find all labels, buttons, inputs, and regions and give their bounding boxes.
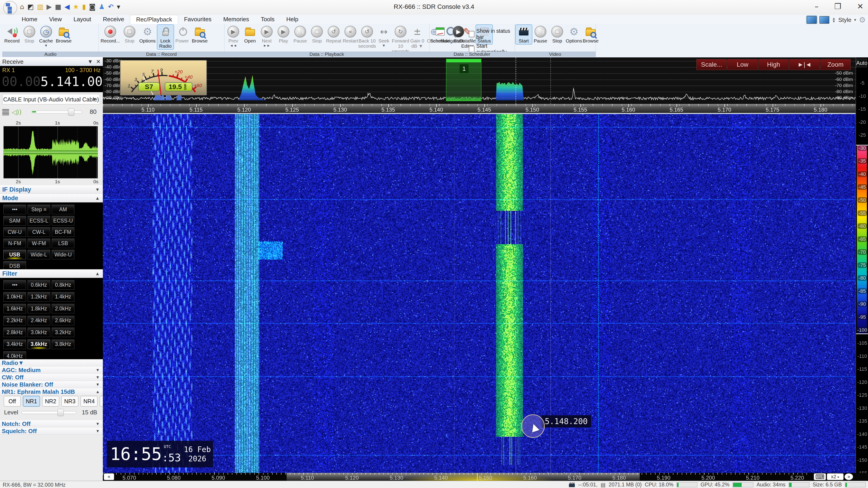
dropdown-box[interactable]: ▼ bbox=[18, 359, 24, 366]
repeat-button[interactable]: ↺Repeat bbox=[326, 25, 342, 44]
radio-row-notch-off[interactable]: Notch: Off▼ bbox=[0, 420, 103, 427]
monitor-2-icon[interactable] bbox=[819, 16, 829, 24]
equalizer-icon[interactable] bbox=[2, 109, 9, 115]
menu-tab-memories[interactable]: Memories bbox=[217, 15, 255, 24]
volume-slider[interactable] bbox=[32, 111, 82, 113]
spectrum-button-high[interactable]: High bbox=[758, 59, 789, 70]
mode-filter-button-3-4khz[interactable]: 3.4kHz bbox=[3, 339, 26, 349]
style-button[interactable]: Style bbox=[838, 17, 851, 24]
play-button[interactable]: ▶Play bbox=[275, 25, 291, 44]
browse-button[interactable]: Browse bbox=[191, 25, 209, 44]
mode-filter-button-wide-u[interactable]: Wide-U bbox=[52, 250, 74, 259]
options-button[interactable]: ⚙Options bbox=[566, 25, 582, 44]
mode-filter-button-step[interactable]: Step ≡ bbox=[28, 205, 50, 214]
start-button[interactable]: Start bbox=[516, 25, 532, 44]
checkbox-box[interactable] bbox=[469, 46, 474, 52]
mode-filter-button-1-4khz[interactable]: 1.4kHz bbox=[52, 292, 74, 302]
panel-menu-icon[interactable]: ▼ bbox=[88, 57, 93, 66]
mode-filter-button-2-6khz[interactable]: 2.6kHz bbox=[52, 316, 74, 325]
monitor-1-icon[interactable] bbox=[807, 16, 817, 24]
power-button[interactable]: Power bbox=[174, 25, 190, 44]
mode-filter-button-3-6khz[interactable]: 3.6kHz bbox=[28, 339, 50, 349]
mode-filter-button-1-0khz[interactable]: 1.0kHz bbox=[3, 292, 26, 302]
menu-tab-layout[interactable]: Layout bbox=[68, 15, 97, 24]
frequency-display[interactable]: RX 1 100 - 3700 Hz 00.005.141.000 bbox=[0, 66, 103, 92]
schedule-button[interactable]: Schedule bbox=[430, 25, 450, 44]
spectrum-button-zoom[interactable]: Zoom bbox=[820, 59, 850, 70]
spectrum-display[interactable]: -30 dBm-40 dBm-50 dBm-60 dBm-70 dBm-80 d… bbox=[103, 57, 856, 104]
scheduler-band[interactable]: 1 bbox=[446, 59, 482, 101]
browse-button[interactable]: Browse bbox=[583, 25, 599, 44]
cache-button[interactable]: ◷Cache▼ bbox=[38, 25, 54, 48]
start-button[interactable]: ▶Start bbox=[450, 25, 467, 44]
collapse-ribbon-icon[interactable]: ▲▼ bbox=[832, 17, 836, 23]
radio-row-radio[interactable]: Radio▼ bbox=[0, 359, 103, 366]
mode-filter-button-3-8khz[interactable]: 3.8kHz bbox=[52, 339, 74, 349]
band-navigation-bar[interactable]: 5.0705.0805.0905.1005.1105.1205.1305.140… bbox=[103, 473, 868, 481]
scroll-left-button[interactable]: « bbox=[104, 473, 114, 480]
mode-filter-button-3-2khz[interactable]: 3.2kHz bbox=[52, 328, 74, 337]
mode-filter-button-usb[interactable]: USB bbox=[3, 250, 26, 259]
record-button[interactable]: Record... bbox=[99, 25, 121, 44]
prev-button[interactable]: ▶Prev◄◄ bbox=[225, 25, 241, 48]
checkbox-box[interactable] bbox=[469, 31, 474, 37]
nr-button-nr2[interactable]: NR2 bbox=[42, 396, 59, 407]
spectrum-button-scale[interactable]: Scale... bbox=[696, 59, 727, 70]
palette-lower-limit[interactable] bbox=[856, 333, 868, 334]
scroll-right-button[interactable]: » bbox=[844, 473, 853, 480]
mode-filter-button-2-0khz[interactable]: 2.0kHz bbox=[52, 304, 74, 313]
restore-button[interactable]: ❐ bbox=[834, 2, 841, 11]
menu-tab-receive[interactable]: Receive bbox=[97, 15, 130, 24]
speaker-icon[interactable]: ◁)) bbox=[12, 108, 22, 116]
mode-filter-button-n-fm[interactable]: N-FM bbox=[3, 238, 26, 248]
menu-tab-favourites[interactable]: Favourites bbox=[178, 15, 217, 24]
radio-row-agc-medium[interactable]: AGC: Medium▼ bbox=[0, 366, 103, 374]
mode-filter-button-bc-fm[interactable]: BC-FM bbox=[52, 227, 74, 237]
lock-radio-button[interactable]: Lock Radio bbox=[157, 25, 174, 49]
zoom-x2-button[interactable]: x2 ▸ bbox=[827, 473, 844, 480]
close-button[interactable]: ✕ bbox=[857, 2, 864, 11]
radio-row-noise-blanker-off[interactable]: Noise Blanker: Off▼ bbox=[0, 381, 103, 388]
mode-filter-button-0-8khz[interactable]: 0.8kHz bbox=[52, 280, 74, 290]
radio-row-cw-off[interactable]: CW: Off▼ bbox=[0, 374, 103, 381]
gain-0-db-button[interactable]: ±Gain 0 dB ▼ bbox=[409, 25, 426, 49]
options-button[interactable]: ⚙Options bbox=[138, 25, 157, 44]
mode-filter-button-2-8khz[interactable]: 2.8kHz bbox=[3, 328, 26, 337]
mode-filter-button-w-fm[interactable]: W-FM bbox=[28, 238, 50, 248]
checkbox-show-in-status-bar[interactable]: Show in status bar bbox=[469, 28, 514, 40]
nr-button-off[interactable]: Off bbox=[4, 396, 21, 407]
spectrum-frequency-scale[interactable]: 5.1105.1155.1205.1255.1305.1355.1405.145… bbox=[103, 104, 856, 113]
pause-button[interactable]: Pause bbox=[292, 25, 308, 44]
stop-button[interactable]: Stop bbox=[549, 25, 565, 44]
radio-row-nr1-ephraim-malah-15db[interactable]: NR1: Ephraim Malah 15dB▲ bbox=[0, 388, 103, 395]
menu-tab-help[interactable]: Help bbox=[280, 15, 304, 24]
menu-tab-tools[interactable]: Tools bbox=[255, 15, 281, 24]
mode-filter-button-2-4khz[interactable]: 2.4kHz bbox=[28, 316, 50, 325]
next-button[interactable]: ▶Next►► bbox=[258, 25, 275, 48]
auto-range-button[interactable]: Auto bbox=[856, 59, 867, 67]
gear-icon[interactable]: ⚙ bbox=[859, 15, 866, 24]
mode-filter-button-ecss-l[interactable]: ECSS-L bbox=[28, 216, 50, 225]
section-if-display[interactable]: IF Display ▼ bbox=[0, 185, 103, 194]
menu-tab-home[interactable]: Home bbox=[16, 15, 43, 24]
minimize-button[interactable]: – bbox=[815, 2, 818, 11]
spectrum-button-item[interactable]: ►|◄ bbox=[789, 59, 819, 70]
mode-filter-button-cw-l[interactable]: CW-L bbox=[28, 227, 50, 237]
audio-device-select[interactable]: CABLE Input (VB-Audio Virtual Cable) ▼ bbox=[2, 94, 100, 104]
stop-button[interactable]: Stop bbox=[121, 25, 138, 44]
nr-button-nr3[interactable]: NR3 bbox=[61, 396, 79, 407]
section-mode[interactable]: Mode ▲ bbox=[0, 194, 103, 202]
level-slider[interactable] bbox=[22, 411, 76, 414]
mode-filter-button-cw-u[interactable]: CW-U bbox=[3, 227, 26, 237]
mode-filter-button-3-0khz[interactable]: 3.0kHz bbox=[28, 328, 50, 337]
radio-row-squelch-off[interactable]: Squelch: Off▼ bbox=[0, 427, 103, 435]
stop-button[interactable]: Stop bbox=[21, 25, 37, 44]
mode-filter-button-lsb[interactable]: LSB bbox=[52, 238, 74, 248]
mode-filter-button-1-2khz[interactable]: 1.2kHz bbox=[28, 292, 50, 302]
mode-filter-button-2-2khz[interactable]: 2.2kHz bbox=[3, 316, 26, 325]
receive-panel-header[interactable]: Receive ▼✕ bbox=[0, 57, 103, 66]
waterfall-palette-bar[interactable]: -5-10-15-20-25-30-35-40-45-50-55-60-65-7… bbox=[856, 57, 868, 473]
style-dropdown-icon[interactable]: ▾ bbox=[854, 18, 856, 22]
mode-filter-button-wide-l[interactable]: Wide-L bbox=[28, 250, 50, 259]
menu-tab-view[interactable]: View bbox=[43, 15, 68, 24]
